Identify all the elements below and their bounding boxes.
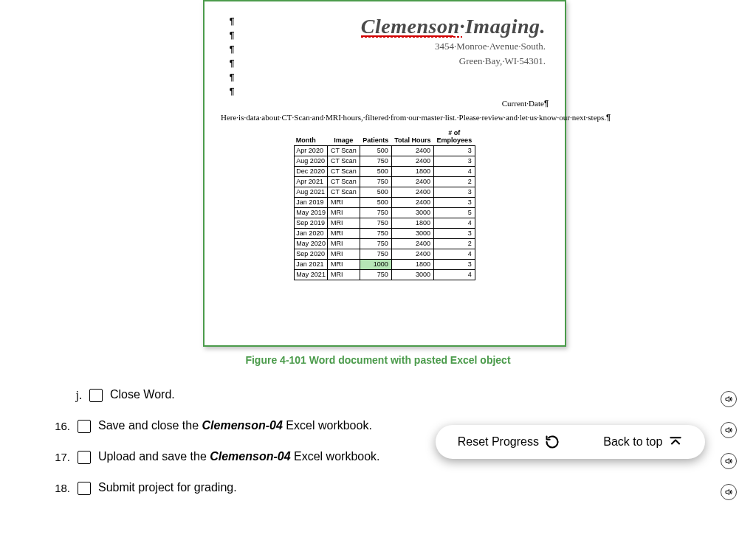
current-date-field: Current·Date¶ — [221, 99, 549, 108]
audio-icon[interactable] — [721, 484, 737, 500]
table-cell: 500 — [360, 145, 391, 156]
table-cell: 3000 — [391, 228, 433, 238]
table-cell: Jan 2021 — [295, 259, 328, 269]
step-checkbox[interactable] — [78, 451, 91, 464]
audio-icon[interactable] — [721, 453, 737, 469]
table-cell: 1800 — [391, 259, 433, 269]
table-cell: 750 — [360, 238, 391, 249]
table-header: Patients — [360, 129, 391, 145]
audio-icon[interactable] — [721, 391, 737, 407]
table-cell: 2400 — [391, 249, 433, 259]
table-row: May 2021MRI75030004 — [295, 269, 475, 280]
table-row: Apr 2020CT Scan50024003 — [295, 145, 475, 156]
table-cell: 2400 — [391, 156, 433, 166]
table-row: Apr 2021CT Scan75024002 — [295, 176, 475, 187]
step-checkbox[interactable] — [89, 389, 103, 402]
figure-caption: Figure 4-101 Word document with pasted E… — [0, 354, 756, 366]
table-cell: 4 — [434, 269, 475, 280]
table-cell: 4 — [434, 249, 475, 259]
table-cell: 2400 — [391, 197, 433, 207]
table-cell: MRI — [327, 238, 360, 249]
step-text: Save and close the Clemenson-04 Excel wo… — [98, 418, 372, 432]
table-cell: 3000 — [391, 207, 433, 218]
step-text: Upload and save the Clemenson-04 Excel w… — [98, 449, 380, 463]
table-cell: 750 — [360, 176, 391, 187]
table-cell: 1000 — [360, 259, 391, 269]
table-row: Sep 2020MRI75024004 — [295, 249, 475, 259]
table-row: Aug 2021CT Scan50024003 — [295, 187, 475, 197]
table-row: May 2019MRI75030005 — [295, 207, 475, 218]
table-cell: CT Scan — [327, 145, 360, 156]
table-cell: Jan 2020 — [295, 228, 328, 238]
company-address-line2: Green·Bay,·WI·54301. — [250, 55, 546, 68]
body-paragraph: Here·is·data·about·CT·Scan·and·MRI·hours… — [221, 112, 549, 123]
table-cell: Jan 2019 — [295, 197, 328, 207]
table-row: May 2020MRI75024002 — [295, 238, 475, 249]
table-cell: Sep 2020 — [295, 249, 328, 259]
company-address-line1: 3454·Monroe·Avenue·South. — [250, 40, 546, 53]
table-row: Sep 2019MRI75018004 — [295, 218, 475, 228]
table-cell: May 2020 — [295, 238, 328, 249]
step-checkbox[interactable] — [78, 420, 91, 433]
step-number: 17. — [41, 449, 70, 463]
table-cell: MRI — [327, 259, 360, 269]
table-cell: Aug 2020 — [295, 156, 328, 166]
table-cell: 750 — [360, 207, 391, 218]
table-cell: 1800 — [391, 166, 433, 176]
table-cell: Dec 2020 — [295, 166, 328, 176]
table-cell: 2400 — [391, 187, 433, 197]
step-18: 18. Submit project for grading. — [41, 480, 738, 495]
table-cell: 750 — [360, 156, 391, 166]
table-cell: 500 — [360, 187, 391, 197]
table-row: Aug 2020CT Scan75024003 — [295, 156, 475, 166]
undo-icon — [545, 435, 560, 449]
table-cell: MRI — [327, 197, 360, 207]
table-cell: MRI — [327, 269, 360, 280]
table-cell: 3000 — [391, 269, 433, 280]
table-row: Dec 2020CT Scan50018004 — [295, 166, 475, 176]
step-number: 16. — [41, 418, 70, 432]
table-cell: 2400 — [391, 145, 433, 156]
paragraph-marks-column: ¶ ¶ ¶ ¶ ¶ ¶ — [221, 15, 243, 99]
table-cell: 500 — [360, 197, 391, 207]
step-number: 18. — [41, 480, 70, 494]
reset-progress-button[interactable]: Reset Progress — [458, 435, 560, 449]
table-cell: MRI — [327, 249, 360, 259]
table-cell: 1800 — [391, 218, 433, 228]
back-to-top-button[interactable]: Back to top — [603, 435, 683, 449]
embedded-excel-table: MonthImagePatientsTotal Hours# of Employ… — [294, 129, 475, 280]
table-cell: MRI — [327, 218, 360, 228]
table-cell: CT Scan — [327, 156, 360, 166]
table-header: Image — [327, 129, 360, 145]
table-header: Total Hours — [391, 129, 433, 145]
table-row: Jan 2020MRI75030003 — [295, 228, 475, 238]
table-cell: Apr 2021 — [295, 176, 328, 187]
table-cell: 3 — [434, 156, 475, 166]
table-cell: CT Scan — [327, 187, 360, 197]
table-cell: CT Scan — [327, 166, 360, 176]
floating-action-bar: Reset Progress Back to top — [436, 425, 705, 459]
table-header: # of Employees — [434, 129, 475, 145]
step-text: Close Word. — [110, 387, 175, 401]
table-cell: 750 — [360, 218, 391, 228]
table-cell: 2400 — [391, 176, 433, 187]
table-cell: Sep 2019 — [295, 218, 328, 228]
table-cell: Aug 2021 — [295, 187, 328, 197]
audio-icon[interactable] — [721, 422, 737, 438]
step-text: Submit project for grading. — [98, 480, 237, 494]
word-document-preview: ¶ ¶ ¶ ¶ ¶ ¶ Clemenson·Imaging. 3454·Monr… — [203, 0, 566, 347]
table-row: Jan 2019MRI50024003 — [295, 197, 475, 207]
table-cell: Apr 2020 — [295, 145, 328, 156]
table-header: Month — [295, 129, 328, 145]
table-cell: 750 — [360, 269, 391, 280]
table-cell: May 2021 — [295, 269, 328, 280]
table-cell: 2400 — [391, 238, 433, 249]
letterhead: Clemenson·Imaging. 3454·Monroe·Avenue·So… — [250, 15, 549, 68]
table-cell: 3 — [434, 228, 475, 238]
step-j: j. Close Word. — [41, 387, 738, 402]
step-checkbox[interactable] — [78, 482, 91, 495]
table-cell: 2 — [434, 238, 475, 249]
table-cell: May 2019 — [295, 207, 328, 218]
table-cell: 750 — [360, 228, 391, 238]
company-name: Clemenson·Imaging. — [361, 15, 546, 38]
